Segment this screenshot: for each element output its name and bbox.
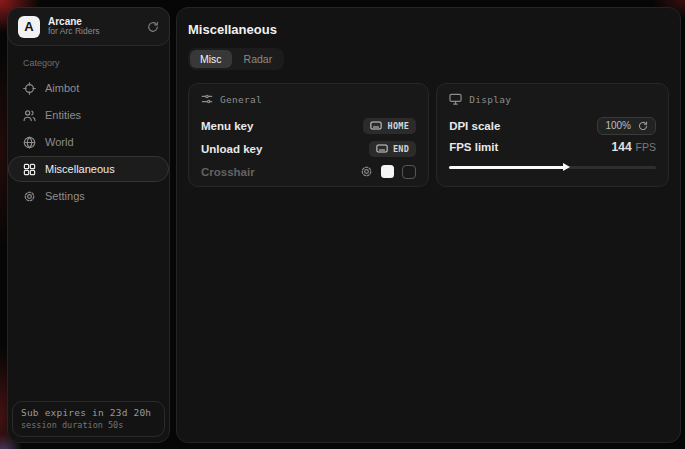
monitor-icon (449, 93, 462, 105)
crosshair-label: Crosshair (201, 166, 255, 178)
tab-misc[interactable]: Misc (190, 50, 232, 68)
general-card: General Menu key HOME Unload key (188, 83, 429, 187)
unload-keybind-value: END (393, 144, 409, 154)
crosshair-checkbox[interactable] (402, 165, 416, 179)
app-subtitle: for Arc Riders (48, 27, 139, 37)
dpi-scale-value: 100% (605, 120, 631, 131)
category-label: Category (23, 58, 169, 68)
dpi-scale-label: DPI scale (449, 120, 500, 132)
fps-limit-slider[interactable] (449, 163, 656, 171)
fps-limit-value: 144 (612, 140, 632, 154)
dpi-reset-icon[interactable] (638, 121, 648, 131)
display-card: Display DPI scale 100% FPS limit 144 (436, 83, 669, 187)
app-logo: A (18, 16, 40, 38)
sidebar-item-label: Settings (45, 190, 85, 202)
refresh-icon[interactable] (147, 21, 159, 33)
unload-key-label: Unload key (201, 143, 262, 155)
menu-keybind-button[interactable]: HOME (363, 118, 416, 134)
crosshair-color-swatch[interactable] (381, 165, 394, 178)
sidebar: A Arcane for Arc Riders Category Aimbot (7, 7, 170, 443)
gear-icon (23, 190, 36, 203)
crosshair-settings-gear-icon[interactable] (360, 165, 373, 178)
menu-key-label: Menu key (201, 120, 253, 132)
sidebar-item-label: Aimbot (45, 82, 79, 94)
display-card-title: Display (469, 94, 511, 105)
fps-limit-label: FPS limit (449, 141, 498, 153)
subscription-expiry: Sub expires in 23d 20h (21, 407, 156, 418)
sidebar-item-label: World (45, 136, 74, 148)
users-icon (23, 109, 36, 122)
session-duration: session duration 50s (21, 420, 156, 430)
globe-icon (23, 136, 36, 149)
dpi-scale-row: DPI scale 100% (449, 114, 656, 137)
subscription-card: Sub expires in 23d 20h session duration … (12, 401, 165, 437)
unload-keybind-button[interactable]: END (369, 141, 416, 157)
slider-thumb[interactable] (563, 163, 570, 171)
sidebar-item-label: Miscellaneous (45, 163, 115, 175)
keyboard-icon (370, 121, 382, 130)
dpi-scale-control[interactable]: 100% (597, 117, 656, 135)
main-panel: Miscellaneous Misc Radar General Menu ke… (176, 7, 681, 443)
sidebar-item-entities[interactable]: Entities (8, 102, 169, 128)
crosshair-icon (23, 82, 36, 95)
unload-key-row: Unload key END (201, 137, 416, 160)
menu-key-row: Menu key HOME (201, 114, 416, 137)
tab-radar[interactable]: Radar (234, 50, 283, 68)
sidebar-item-aimbot[interactable]: Aimbot (8, 75, 169, 101)
sidebar-item-world[interactable]: World (8, 129, 169, 155)
sidebar-item-settings[interactable]: Settings (8, 183, 169, 209)
keyboard-icon (376, 144, 388, 153)
app-header-card: A Arcane for Arc Riders (7, 7, 170, 46)
sliders-icon (201, 93, 213, 105)
slider-fill (449, 166, 565, 169)
grid-icon (23, 163, 36, 176)
fps-limit-row: FPS limit 144 FPS (449, 137, 656, 157)
crosshair-row: Crosshair (201, 160, 416, 183)
fps-limit-unit: FPS (636, 141, 656, 153)
sidebar-nav: Aimbot Entities World (8, 74, 169, 210)
menu-keybind-value: HOME (387, 121, 409, 131)
sidebar-item-label: Entities (45, 109, 81, 121)
sidebar-item-miscellaneous[interactable]: Miscellaneous (8, 156, 169, 182)
tab-group: Misc Radar (188, 48, 284, 70)
general-card-title: General (220, 94, 262, 105)
page-title: Miscellaneous (188, 22, 669, 37)
